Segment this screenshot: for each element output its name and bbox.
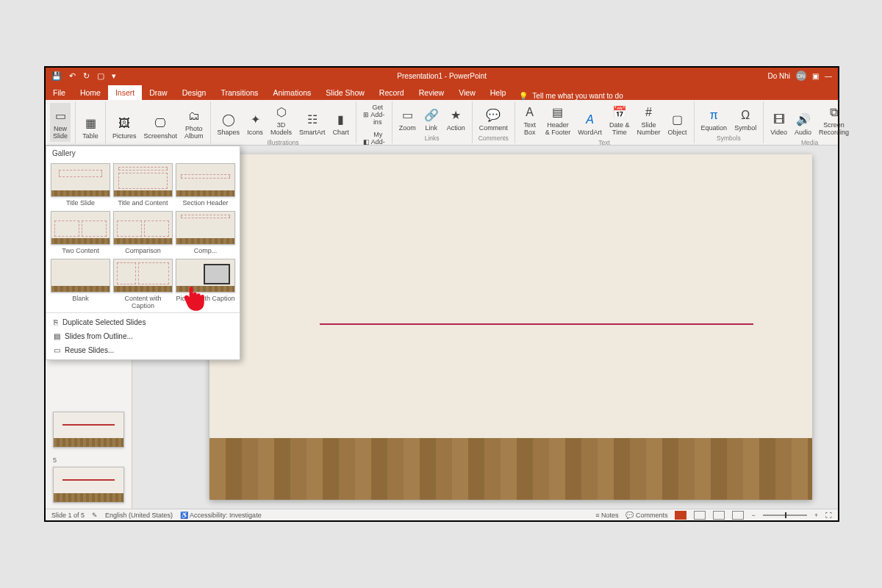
new-slide-gallery: Gallery Title Slide Title and Content Se… bbox=[46, 146, 240, 360]
duplicate-slides[interactable]: ⎘Duplicate Selected Slides bbox=[46, 315, 240, 329]
layout-title-slide[interactable]: Title Slide bbox=[51, 163, 110, 207]
tab-view[interactable]: View bbox=[451, 85, 483, 100]
group-images: 🖼Pictures 🖵Screenshot 🗂Photo Album bbox=[106, 101, 211, 143]
slide-thumbnail[interactable] bbox=[53, 467, 124, 503]
reuse-slides[interactable]: ▭Reuse Slides... bbox=[46, 343, 240, 357]
tab-record[interactable]: Record bbox=[372, 85, 412, 100]
tab-insert[interactable]: Insert bbox=[108, 85, 142, 100]
powerpoint-window: 💾 ↶ ↻ ▢ ▾ Presentation1 - PowerPoint Do … bbox=[44, 66, 839, 522]
header-icon: ▤ bbox=[550, 104, 566, 121]
3d-models-button[interactable]: ⬡3D Models bbox=[268, 103, 294, 138]
video-icon: 🎞 bbox=[771, 112, 787, 128]
slideshow-view-button[interactable] bbox=[732, 511, 744, 520]
comment-icon: 💬 bbox=[485, 107, 501, 123]
object-icon: ▢ bbox=[670, 112, 686, 128]
minimize-icon[interactable]: — bbox=[825, 72, 832, 80]
shapes-button[interactable]: ◯Shapes bbox=[215, 103, 243, 138]
comments-button[interactable]: 💬 Comments bbox=[625, 512, 667, 519]
link-button[interactable]: 🔗Link bbox=[421, 103, 442, 134]
action-icon: ★ bbox=[448, 107, 464, 123]
user-name[interactable]: Do Nhi bbox=[767, 72, 790, 80]
screenshot-button[interactable]: 🖵Screenshot bbox=[142, 103, 180, 142]
layout-section-header[interactable]: Section Header bbox=[176, 163, 235, 207]
equation-button[interactable]: πEquation bbox=[699, 103, 730, 134]
sorter-view-button[interactable] bbox=[694, 511, 706, 520]
object-button[interactable]: ▢Object bbox=[666, 103, 689, 138]
tab-help[interactable]: Help bbox=[483, 85, 514, 100]
notes-button[interactable]: ≡ Notes bbox=[595, 512, 618, 519]
video-button[interactable]: 🎞Video bbox=[768, 103, 789, 138]
outline-icon: ▤ bbox=[54, 332, 60, 340]
wordart-button[interactable]: AWordArt bbox=[576, 103, 604, 138]
zoom-button[interactable]: ▭Zoom bbox=[397, 103, 418, 134]
zoom-slider[interactable] bbox=[763, 514, 807, 516]
textbox-icon: A bbox=[522, 104, 538, 121]
reading-view-button[interactable] bbox=[713, 511, 725, 520]
new-slide-button[interactable]: ▭New Slide bbox=[50, 103, 71, 142]
tab-transitions[interactable]: Transitions bbox=[213, 85, 265, 100]
textbox-button[interactable]: AText Box bbox=[520, 103, 540, 138]
layout-title-and-content[interactable]: Title and Content bbox=[113, 163, 173, 207]
symbol-button[interactable]: ΩSymbol bbox=[732, 103, 759, 134]
smartart-button[interactable]: ☷SmartArt bbox=[297, 103, 328, 138]
group-text: AText Box ▤Header & Footer AWordArt 📅Dat… bbox=[515, 101, 695, 143]
tab-slideshow[interactable]: Slide Show bbox=[318, 85, 372, 100]
layout-two-content[interactable]: Two Content bbox=[51, 211, 110, 254]
slidenumber-button[interactable]: #Slide Number bbox=[635, 103, 663, 138]
omega-icon: Ω bbox=[737, 107, 753, 123]
slides-from-outline[interactable]: ▤Slides from Outline... bbox=[46, 329, 240, 343]
undo-icon[interactable]: ↶ bbox=[69, 71, 76, 81]
layout-blank[interactable]: Blank bbox=[51, 259, 110, 309]
comment-button[interactable]: 💬Comment bbox=[477, 103, 510, 134]
save-icon[interactable]: 💾 bbox=[51, 71, 62, 81]
layout-title-only[interactable]: Comp... bbox=[176, 211, 235, 254]
accessibility[interactable]: ♿ Accessibility: Investigate bbox=[180, 512, 262, 519]
header-footer-button[interactable]: ▤Header & Footer bbox=[543, 103, 573, 138]
audio-button[interactable]: 🔊Audio bbox=[792, 103, 814, 138]
current-slide[interactable] bbox=[209, 154, 812, 500]
spellcheck-icon[interactable]: ✎ bbox=[92, 512, 98, 519]
screen-recording-button[interactable]: ⧉Screen Recording bbox=[817, 103, 851, 138]
action-button[interactable]: ★Action bbox=[445, 103, 467, 134]
tab-animations[interactable]: Animations bbox=[265, 85, 318, 100]
cube-icon: ⬡ bbox=[273, 104, 290, 121]
redo-icon[interactable]: ↻ bbox=[83, 71, 90, 81]
chart-button[interactable]: ▮Chart bbox=[331, 103, 351, 138]
document-title: Presentation1 - PowerPoint bbox=[116, 72, 767, 80]
tab-design[interactable]: Design bbox=[175, 85, 214, 100]
thumbnail-number: 5 bbox=[53, 456, 124, 464]
copy-icon: ⎘ bbox=[54, 318, 58, 326]
tab-home[interactable]: Home bbox=[73, 85, 108, 100]
tab-review[interactable]: Review bbox=[412, 85, 451, 100]
title-rule bbox=[320, 323, 753, 325]
user-avatar[interactable]: DN bbox=[796, 71, 806, 81]
photo-album-button[interactable]: 🗂Photo Album bbox=[182, 103, 206, 142]
tab-draw[interactable]: Draw bbox=[142, 85, 175, 100]
normal-view-button[interactable] bbox=[675, 511, 686, 520]
fit-icon[interactable]: ⛶ bbox=[825, 512, 832, 519]
slideshow-icon[interactable]: ▢ bbox=[97, 71, 104, 81]
table-button[interactable]: ▦Table bbox=[80, 103, 101, 142]
layout-comparison[interactable]: Comparison bbox=[113, 211, 173, 254]
number-icon: # bbox=[641, 104, 657, 121]
slide-floor-graphic bbox=[209, 438, 812, 500]
slide-thumbnail[interactable] bbox=[53, 412, 124, 448]
datetime-button[interactable]: 📅Date & Time bbox=[607, 103, 632, 138]
slide-count[interactable]: Slide 1 of 5 bbox=[51, 512, 85, 519]
ribbon-display-icon[interactable]: ▣ bbox=[812, 72, 819, 80]
reuse-icon: ▭ bbox=[54, 346, 60, 354]
group-symbols: πEquation ΩSymbol Symbols bbox=[695, 101, 764, 143]
get-addins-button[interactable]: ⊞Get Add-ins bbox=[361, 103, 387, 128]
pictures-button[interactable]: 🖼Pictures bbox=[110, 103, 139, 142]
table-icon: ▦ bbox=[82, 115, 98, 132]
zoom-out-icon[interactable]: − bbox=[751, 512, 755, 519]
language[interactable]: English (United States) bbox=[105, 512, 173, 519]
record-icon: ⧉ bbox=[826, 104, 842, 121]
icons-button[interactable]: ✦Icons bbox=[245, 103, 265, 138]
tab-file[interactable]: File bbox=[46, 85, 73, 100]
tell-me[interactable]: 💡Tell me what you want to do bbox=[513, 92, 628, 100]
audio-icon: 🔊 bbox=[795, 112, 811, 128]
link-icon: 🔗 bbox=[423, 107, 440, 123]
layout-content-caption[interactable]: Content with Caption bbox=[113, 259, 173, 309]
zoom-in-icon[interactable]: + bbox=[814, 512, 818, 519]
